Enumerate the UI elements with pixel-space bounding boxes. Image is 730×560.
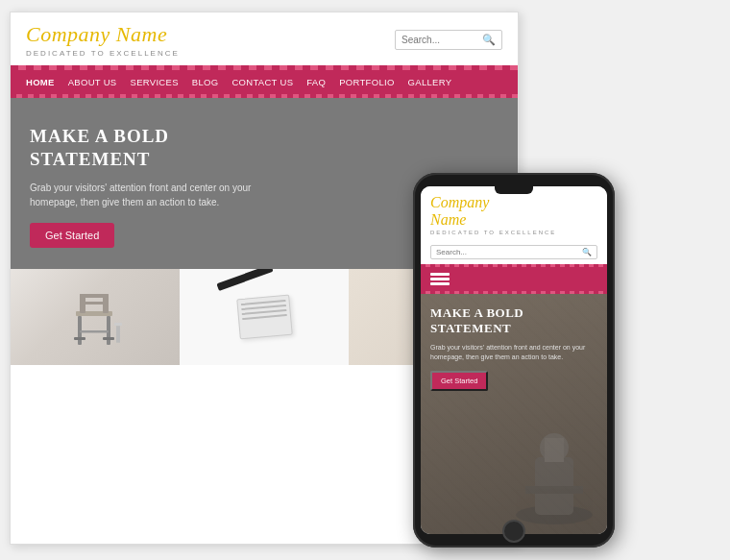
svg-rect-11 bbox=[116, 326, 118, 343]
nav-item-home[interactable]: HOME bbox=[26, 77, 55, 87]
phone-hero-section: MAKE A BOLD STATEMENT Grab your visitors… bbox=[421, 294, 607, 535]
hero-cta-button[interactable]: Get Started bbox=[30, 223, 114, 248]
svg-rect-9 bbox=[80, 330, 109, 333]
phone-search-input[interactable] bbox=[436, 248, 579, 256]
phone-hero-headline: MAKE A BOLD STATEMENT bbox=[430, 305, 597, 338]
svg-rect-8 bbox=[103, 337, 114, 340]
svg-rect-7 bbox=[74, 337, 85, 340]
phone-nav bbox=[421, 267, 607, 291]
site-tagline: DEDICATED TO EXCELLENCE bbox=[26, 49, 180, 58]
hamburger-line-2 bbox=[430, 278, 450, 280]
phone-search-bar[interactable]: 🔍 bbox=[430, 245, 597, 259]
hamburger-line-1 bbox=[430, 273, 450, 276]
notebook-lines bbox=[237, 295, 290, 327]
svg-rect-12 bbox=[118, 326, 120, 343]
logo-area: Company Name DEDICATED TO EXCELLENCE bbox=[26, 22, 180, 58]
search-bar[interactable]: 🔍 bbox=[395, 30, 502, 50]
pen-shape bbox=[216, 269, 273, 291]
svg-rect-3 bbox=[80, 294, 109, 298]
nav-item-portfolio[interactable]: PORTFOLIO bbox=[339, 77, 394, 87]
thumbnail-notebook bbox=[180, 269, 349, 365]
phone-hero-cta-button[interactable]: Get Started bbox=[430, 371, 488, 391]
svg-rect-27 bbox=[525, 486, 583, 494]
hero-subtext: Grab your visitors' attention front and … bbox=[30, 181, 289, 209]
search-input[interactable] bbox=[402, 35, 478, 45]
hero-bg-illustration bbox=[501, 419, 607, 534]
phone-hero-content: MAKE A BOLD STATEMENT Grab your visitors… bbox=[430, 305, 597, 391]
chair-illustration bbox=[66, 284, 124, 361]
thumbnail-chair bbox=[11, 269, 180, 365]
phone-notch bbox=[495, 186, 533, 194]
hamburger-menu[interactable] bbox=[430, 273, 450, 285]
nav-item-blog[interactable]: BLOG bbox=[192, 77, 219, 87]
nav-item-gallery[interactable]: GALLERY bbox=[408, 77, 452, 87]
site-header: Company Name DEDICATED TO EXCELLENCE 🔍 bbox=[11, 12, 518, 65]
search-icon: 🔍 bbox=[482, 34, 496, 46]
phone-tagline: DEDICATED TO EXCELLENCE bbox=[430, 230, 597, 235]
notebook-shape bbox=[236, 294, 292, 339]
svg-rect-10 bbox=[114, 323, 122, 326]
company-name: Company Name bbox=[26, 22, 180, 47]
nav-item-faq[interactable]: FAQ bbox=[306, 77, 326, 87]
phone-mockup: Company Name DEDICATED TO EXCELLENCE 🔍 bbox=[413, 173, 615, 548]
phone-hero-subtext: Grab your visitors' attention front and … bbox=[430, 343, 597, 362]
phone-search-icon: 🔍 bbox=[582, 248, 592, 256]
hero-headline: MAKE A BOLD STATEMENT bbox=[30, 125, 499, 171]
svg-rect-4 bbox=[80, 302, 109, 304]
nav-item-about[interactable]: ABOUT US bbox=[68, 77, 117, 87]
phone-header: Company Name DEDICATED TO EXCELLENCE bbox=[421, 186, 607, 240]
site-nav: HOME ABOUT US SERVICES BLOG CONTACT US F… bbox=[11, 70, 518, 94]
svg-rect-28 bbox=[545, 438, 564, 462]
hamburger-line-3 bbox=[430, 282, 450, 285]
phone-company-name: Company Name bbox=[430, 194, 597, 229]
nav-item-contact[interactable]: CONTACT US bbox=[231, 77, 293, 87]
nav-item-services[interactable]: SERVICES bbox=[131, 77, 179, 87]
phone-screen: Company Name DEDICATED TO EXCELLENCE 🔍 bbox=[421, 186, 607, 534]
